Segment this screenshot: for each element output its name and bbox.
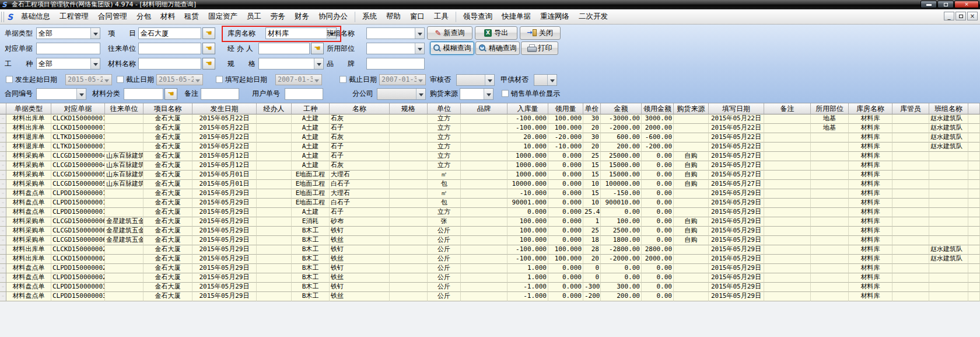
table-cell[interactable]: CLCKD150000002 (51, 255, 105, 264)
column-header-10[interactable]: 品牌 (461, 103, 508, 114)
table-cell[interactable]: 自购 (674, 236, 709, 245)
table-cell[interactable] (929, 180, 968, 189)
table-row[interactable]: ┄材料盘点单CLPDD150000001金石大厦2015年05月29日E地面工程… (0, 189, 980, 199)
table-cell[interactable]: 金石大厦 (144, 292, 192, 301)
table-cell[interactable] (257, 208, 292, 217)
chevron-down-icon[interactable] (415, 28, 424, 39)
table-cell[interactable]: CLCGD150000006 (51, 236, 105, 245)
menu-item-12[interactable]: 帮助 (382, 10, 405, 23)
row-selector[interactable]: ┄ (0, 161, 6, 171)
table-cell[interactable]: B木工 (292, 245, 330, 255)
table-row[interactable]: ┄材料退库单CLTKD150000001金石大厦2015年05月22日A土建石灰… (0, 133, 980, 143)
table-cell[interactable]: CLPDD150000002 (51, 264, 105, 273)
table-cell[interactable] (968, 189, 980, 199)
table-cell[interactable] (257, 273, 292, 283)
table-cell[interactable]: 材料库 (849, 133, 892, 143)
table-cell[interactable]: 90001.000 (508, 199, 548, 208)
counterpart-input[interactable] (138, 43, 201, 54)
table-cell[interactable]: 金石大厦 (144, 152, 192, 161)
table-cell[interactable] (892, 124, 929, 133)
table-cell[interactable]: 金石大厦 (144, 283, 192, 292)
table-cell[interactable] (968, 236, 980, 245)
table-row[interactable]: ┄材料出库单CLCKD150000002金石大厦2015年05月29日B木工铁丝… (0, 255, 980, 264)
table-row[interactable]: ┄材料盘点单CLPDD150000002金石大厦2015年05月29日B木工铁丝… (0, 273, 980, 283)
table-cell[interactable] (929, 236, 968, 245)
table-cell[interactable]: 2000.00 (642, 255, 674, 264)
table-cell[interactable]: 0.00 (642, 292, 674, 301)
table-cell[interactable] (968, 264, 980, 273)
table-cell[interactable] (892, 255, 929, 264)
table-cell[interactable]: 金石大厦 (144, 227, 192, 236)
table-cell[interactable]: 材料出库单 (6, 255, 51, 264)
table-cell[interactable] (674, 133, 709, 143)
table-cell[interactable]: 18 (583, 236, 601, 245)
table-cell[interactable] (764, 217, 811, 227)
table-cell[interactable]: 石子 (330, 152, 390, 161)
table-cell[interactable]: CLPDD150000001 (51, 208, 105, 217)
table-cell[interactable]: 立方 (428, 124, 461, 133)
table-cell[interactable] (892, 273, 929, 283)
menu-item-7[interactable]: 员工 (242, 10, 266, 23)
table-cell[interactable]: 材料采购单 (6, 152, 51, 161)
menu-item-1[interactable]: 工程管理 (55, 10, 93, 23)
table-cell[interactable] (892, 143, 929, 152)
table-cell[interactable]: 2015年05月22日 (709, 114, 764, 124)
table-cell[interactable]: 材料采购单 (6, 227, 51, 236)
table-cell[interactable]: 2015年05月29日 (192, 264, 257, 273)
table-cell[interactable]: 2015年05月29日 (192, 283, 257, 292)
table-cell[interactable] (461, 273, 508, 283)
table-cell[interactable]: 铁丝 (330, 236, 390, 245)
table-cell[interactable] (674, 283, 709, 292)
table-cell[interactable]: -100.000 (508, 114, 548, 124)
table-cell[interactable]: 15000.00 (601, 161, 642, 171)
table-row[interactable]: ┄材料采购单CLCGD150000006金星建筑五金金石大厦2015年05月29… (0, 236, 980, 245)
table-cell[interactable]: 金石大厦 (144, 217, 192, 227)
table-cell[interactable]: 2500.00 (601, 227, 642, 236)
table-cell[interactable] (105, 208, 144, 217)
table-cell[interactable]: 2015年05月29日 (709, 236, 764, 245)
table-cell[interactable]: 2015年05月22日 (192, 124, 257, 133)
minimize-button[interactable] (921, 1, 937, 8)
table-cell[interactable]: 200.00 (601, 292, 642, 301)
table-cell[interactable] (461, 208, 508, 217)
column-header-6[interactable]: 工种 (292, 103, 330, 114)
table-cell[interactable]: 赵水建筑队 (929, 143, 968, 152)
table-cell[interactable]: CLCGD150000006 (51, 217, 105, 227)
table-cell[interactable] (390, 292, 428, 301)
table-cell[interactable]: 赵水建筑队 (929, 114, 968, 124)
table-cell[interactable]: CLPDD150000003 (51, 292, 105, 301)
column-header-17[interactable]: 填写日期 (709, 103, 764, 114)
table-cell[interactable]: 10000.000 (508, 180, 548, 189)
menu-item-16[interactable]: 快捷单据 (497, 10, 536, 23)
table-row[interactable]: ┄材料盘点单CLPDD150000003金石大厦2015年05月29日B木工铁钉… (0, 283, 980, 292)
table-cell[interactable] (968, 245, 980, 255)
chevron-down-icon[interactable] (484, 89, 493, 99)
table-cell[interactable] (390, 180, 428, 189)
table-cell[interactable]: 2015年05月22日 (709, 124, 764, 133)
chevron-down-icon[interactable] (416, 89, 425, 99)
table-cell[interactable]: 金石大厦 (144, 161, 192, 171)
table-cell[interactable] (892, 171, 929, 180)
table-cell[interactable]: 2015年05月29日 (709, 199, 764, 208)
table-cell[interactable]: 2015年05月22日 (192, 133, 257, 143)
table-cell[interactable] (764, 245, 811, 255)
row-selector[interactable]: ┄ (0, 199, 6, 208)
table-cell[interactable] (674, 114, 709, 124)
fill-end-date[interactable]: 2007-01-31 (379, 74, 426, 85)
table-cell[interactable]: 15 (583, 161, 601, 171)
table-cell[interactable]: 100.000 (508, 236, 548, 245)
table-cell[interactable] (105, 124, 144, 133)
table-cell[interactable] (764, 161, 811, 171)
table-cell[interactable]: 25 (583, 152, 601, 161)
chevron-down-icon[interactable] (194, 75, 202, 84)
table-cell[interactable]: -100.000 (508, 124, 548, 133)
table-cell[interactable] (257, 189, 292, 199)
mdi-minimize-button[interactable]: _ (944, 12, 954, 20)
table-cell[interactable]: 0.00 (642, 227, 674, 236)
table-cell[interactable]: 包 (428, 180, 461, 189)
table-cell[interactable] (390, 236, 428, 245)
project-input[interactable]: 金石大厦 (138, 27, 201, 39)
table-cell[interactable]: 2015年05月01日 (192, 180, 257, 189)
table-cell[interactable]: 材料库 (849, 161, 892, 171)
table-cell[interactable]: 材料库 (849, 180, 892, 189)
